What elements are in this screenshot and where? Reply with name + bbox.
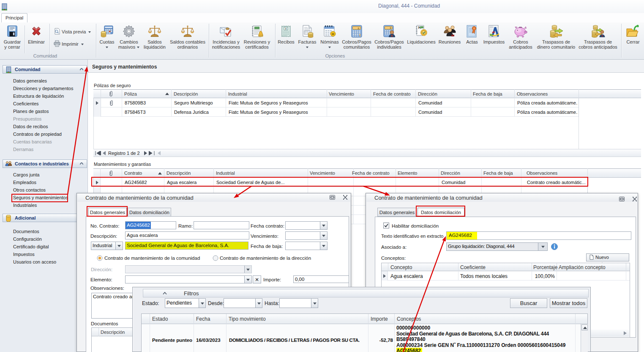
svg-text:0: 0: [390, 27, 391, 30]
svg-text:H: H: [332, 32, 334, 36]
svg-text:T: T: [285, 27, 287, 30]
svg-text:0: 0: [357, 27, 359, 30]
